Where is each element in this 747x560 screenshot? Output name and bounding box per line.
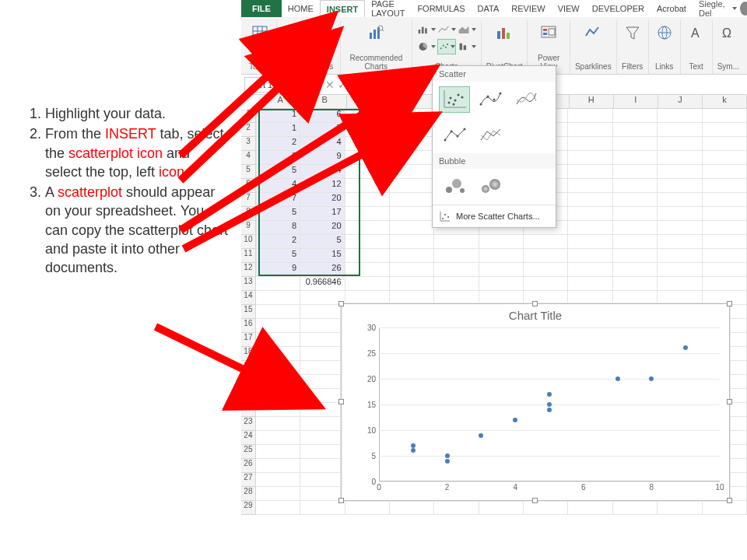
cell[interactable] — [703, 207, 747, 221]
row-header[interactable]: 7 — [241, 193, 256, 207]
column-header[interactable]: B — [303, 95, 347, 109]
cell[interactable] — [256, 319, 300, 333]
tab-home[interactable]: HOME — [282, 0, 320, 17]
cell[interactable]: 9 — [256, 263, 300, 277]
data-point[interactable] — [683, 345, 688, 350]
cell[interactable] — [256, 333, 300, 347]
cell[interactable] — [568, 179, 612, 193]
data-point[interactable] — [445, 459, 450, 464]
cell[interactable] — [300, 347, 345, 361]
cell[interactable] — [568, 249, 612, 263]
cell[interactable] — [524, 235, 568, 249]
cell[interactable] — [703, 151, 747, 165]
cell[interactable] — [613, 165, 658, 179]
pivot-chart-icon[interactable] — [493, 22, 515, 44]
cell[interactable] — [658, 137, 702, 151]
cell[interactable] — [658, 151, 702, 165]
chart-line-icon[interactable] — [437, 22, 456, 37]
resize-handle[interactable] — [532, 301, 538, 306]
cell[interactable] — [524, 263, 568, 277]
cell[interactable] — [568, 263, 612, 277]
row-header[interactable]: 5 — [241, 165, 256, 179]
power-view-icon[interactable] — [538, 22, 559, 44]
cell[interactable]: 3 — [256, 151, 300, 165]
cell[interactable] — [658, 109, 702, 123]
data-point[interactable] — [547, 408, 552, 412]
cell[interactable] — [703, 501, 747, 515]
cell[interactable] — [613, 501, 658, 515]
cell[interactable] — [658, 235, 702, 249]
recommended-charts-icon[interactable] — [365, 22, 387, 44]
cell[interactable] — [479, 263, 524, 277]
cell[interactable]: 7 — [300, 123, 345, 137]
row-header[interactable]: 16 — [241, 319, 256, 333]
cell[interactable] — [568, 235, 612, 249]
tab-acrobat[interactable]: Acrobat — [651, 0, 693, 17]
row-header[interactable]: 28 — [241, 487, 256, 501]
cell[interactable] — [568, 221, 612, 235]
cell[interactable] — [568, 193, 612, 207]
cell[interactable] — [613, 221, 658, 235]
cell[interactable] — [479, 277, 524, 291]
cell[interactable] — [568, 165, 612, 179]
cell[interactable] — [613, 263, 658, 277]
cell[interactable] — [658, 277, 702, 291]
cell[interactable] — [658, 193, 702, 207]
cell[interactable] — [658, 165, 702, 179]
resize-handle[interactable] — [727, 301, 732, 306]
row-header[interactable]: 14 — [241, 291, 256, 305]
cell[interactable] — [613, 249, 658, 263]
cell[interactable] — [434, 249, 479, 263]
data-point[interactable] — [547, 392, 552, 397]
tab-formulas[interactable]: FORMULAS — [411, 0, 471, 17]
cell[interactable] — [300, 361, 345, 375]
cell[interactable] — [256, 431, 300, 445]
tab-view[interactable]: VIEW — [552, 0, 586, 17]
cell[interactable] — [434, 263, 479, 277]
row-header[interactable]: 18 — [241, 347, 256, 361]
row-header[interactable]: 15 — [241, 305, 256, 319]
scatter-lines-markers-icon[interactable] — [439, 122, 470, 149]
row-header[interactable]: 6 — [241, 179, 256, 193]
cell[interactable] — [479, 501, 524, 515]
symbols-icon[interactable]: Ω — [717, 22, 739, 44]
cell[interactable] — [613, 151, 658, 165]
cell[interactable] — [256, 445, 300, 459]
cell[interactable] — [434, 235, 479, 249]
cell[interactable]: 1 — [256, 123, 300, 137]
cell[interactable] — [345, 123, 390, 137]
resize-handle[interactable] — [727, 399, 732, 404]
row-header[interactable]: 11 — [241, 249, 256, 263]
row-header[interactable]: 8 — [241, 207, 256, 221]
cell[interactable]: 2 — [256, 235, 300, 249]
data-point[interactable] — [479, 433, 483, 438]
cell[interactable] — [390, 235, 434, 249]
tab-page-layout[interactable]: PAGE LAYOUT — [365, 0, 411, 17]
chart-title[interactable]: Chart Title — [342, 304, 729, 324]
cell[interactable]: 2 — [256, 137, 300, 151]
cell[interactable] — [300, 445, 345, 459]
filters-icon[interactable] — [622, 22, 644, 44]
row-header[interactable]: 1 — [241, 109, 256, 123]
cell[interactable] — [300, 375, 345, 389]
cell[interactable] — [256, 389, 300, 403]
cancel-icon[interactable]: ✕ — [325, 79, 335, 91]
cell[interactable]: 4 — [300, 137, 345, 151]
cell[interactable]: 5 — [256, 165, 300, 179]
cell[interactable] — [345, 207, 390, 221]
cell[interactable] — [256, 473, 300, 487]
row-header[interactable]: 25 — [241, 445, 256, 459]
column-header[interactable]: C — [347, 95, 391, 109]
column-header[interactable]: k — [703, 95, 747, 109]
data-point[interactable] — [445, 453, 450, 458]
row-header[interactable]: 2 — [241, 123, 256, 137]
chart-pie-icon[interactable] — [417, 39, 436, 54]
cell[interactable]: 5 — [256, 207, 300, 221]
scatter-lines-icon[interactable] — [475, 122, 506, 149]
row-header[interactable]: 10 — [241, 235, 256, 249]
cell[interactable] — [345, 263, 390, 277]
cell[interactable] — [658, 263, 702, 277]
tab-developer[interactable]: DEVELOPER — [586, 0, 651, 17]
cell[interactable] — [703, 165, 747, 179]
bubble-3d-icon[interactable] — [475, 173, 506, 200]
